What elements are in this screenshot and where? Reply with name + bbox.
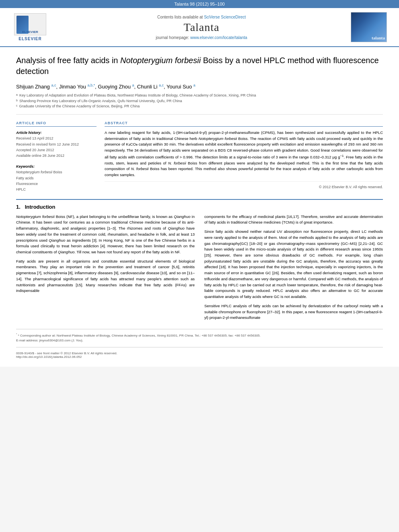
accepted-date: Accepted 20 June 2012 xyxy=(16,148,54,152)
abstract-col: ABSTRACT A new labeling reagent for fatt… xyxy=(105,121,383,193)
homepage-text: journal homepage: xyxy=(156,35,189,40)
article-history: Article history: Received 13 April 2012 … xyxy=(16,130,97,159)
journal-header: ELSEVIER Contents lists available at Sci… xyxy=(0,8,399,47)
elsevier-label: ELSEVIER xyxy=(19,37,41,41)
page-container: Talanta 98 (2012) 95–100 ELSEVIER Conten… xyxy=(0,0,399,367)
section-number: 1. xyxy=(16,204,21,210)
received-date: Received 13 April 2012 xyxy=(16,136,53,140)
elsevier-logo-image xyxy=(14,13,46,35)
revised-date: Received in revised form 12 June 2012 xyxy=(16,142,79,146)
elsevier-logo: ELSEVIER xyxy=(8,13,52,41)
section-title: Introduction xyxy=(25,204,56,210)
top-bar: Talanta 98 (2012) 95–100 xyxy=(0,0,399,8)
abstract-text: A new labeling reagent for fatty acids, … xyxy=(105,130,383,178)
affil-3-text: Graduate University of the Chinese Acade… xyxy=(19,104,140,109)
abstract-label: ABSTRACT xyxy=(105,121,383,127)
keyword-2: Fatty acids xyxy=(16,175,97,181)
affil-1: a Key Laboratory of Adaptation and Evolu… xyxy=(16,93,383,99)
intro-para-2: Fatty acids are present in all organisms… xyxy=(16,259,195,294)
affil-1-text: Key Laboratory of Adaptation and Evoluti… xyxy=(19,93,256,99)
email-note: E-mail address: jinyou6304@163.com (J. Y… xyxy=(16,338,383,343)
body-right-col: components for the efficacy of medicinal… xyxy=(204,214,383,324)
intro-para-3: components for the efficacy of medicinal… xyxy=(204,214,383,226)
talanta-cover-label: talanta xyxy=(372,35,385,40)
article-title: Analysis of free fatty acids in Notopter… xyxy=(16,55,383,77)
article-info-label: ARTICLE INFO xyxy=(16,121,97,127)
history-label: Article history: xyxy=(16,131,42,135)
intro-para-1: Notopterygium forbesii Boiss (NF), a pla… xyxy=(16,214,195,255)
contents-text: Contents lists available at xyxy=(157,15,203,19)
affil-2: b Shandong Province Key Laboratory of Li… xyxy=(16,99,383,104)
online-date: Available online 28 June 2012 xyxy=(16,154,64,158)
footer-copyright-text: 0039-9140/$ - see front matter © 2012 El… xyxy=(16,351,117,355)
footer-divider xyxy=(16,347,383,347)
footer-copyright: 0039-9140/$ - see front matter © 2012 El… xyxy=(16,351,383,359)
body-left-col: Notopterygium forbesii Boiss (NF), a pla… xyxy=(16,214,195,324)
sciverse-link[interactable]: SciVerse ScienceDirect xyxy=(204,15,246,19)
elsevier-logo-area: ELSEVIER xyxy=(8,13,52,41)
issue-info: Talanta 98 (2012) 95–100 xyxy=(174,2,224,6)
homepage-link[interactable]: www.elsevier.com/locate/talanta xyxy=(190,35,247,40)
main-content: Analysis of free fatty acids in Notopter… xyxy=(0,47,399,367)
intro-body: Notopterygium forbesii Boiss (NF), a pla… xyxy=(16,214,383,324)
corresponding-text: * Corresponding author at: Northwest Pla… xyxy=(18,334,261,337)
keywords-section: Keywords: Notopterygium forbesii Boiss F… xyxy=(16,164,97,193)
keyword-1: Notopterygium forbesii Boiss xyxy=(16,169,97,175)
intro-para-4: Since fatty acids showed neither natural… xyxy=(204,229,383,300)
affil-3: c Graduate University of the Chinese Aca… xyxy=(16,104,383,109)
intro-header: 1. Introduction xyxy=(16,204,383,210)
article-info-col: ARTICLE INFO Article history: Received 1… xyxy=(16,121,97,193)
keywords-label-text: Keywords: xyxy=(16,164,35,168)
affiliations: a Key Laboratory of Adaptation and Evolu… xyxy=(16,93,383,115)
corresponding-note: * * Corresponding author at: Northwest P… xyxy=(16,333,383,338)
affil-2-text: Shandong Province Key Laboratory of Life… xyxy=(19,99,182,104)
journal-header-center: Contents lists available at SciVerse Sci… xyxy=(52,15,351,40)
doi-text: http://dx.doi.org/10.1016/j.talanta.2012… xyxy=(16,355,82,359)
abstract-copyright: © 2012 Elsevier B.V. All rights reserved… xyxy=(105,181,383,189)
journal-cover-area: talanta xyxy=(351,12,391,42)
intro-para-5: Sensitive HPLC analysis of fatty acids c… xyxy=(204,303,383,321)
contents-line: Contents lists available at SciVerse Sci… xyxy=(52,15,351,19)
talanta-cover-image: talanta xyxy=(351,12,387,42)
journal-title: Talanta xyxy=(52,21,351,34)
authors-line: Shijuan Zhang a,c, Jinmao You a,b,*, Guo… xyxy=(16,83,383,90)
article-info-abstract: ARTICLE INFO Article history: Received 1… xyxy=(16,121,383,193)
journal-homepage: journal homepage: www.elsevier.com/locat… xyxy=(52,35,351,40)
keywords-label: Keywords: xyxy=(16,164,97,169)
footnote-area: * * Corresponding author at: Northwest P… xyxy=(16,329,383,359)
keyword-4: HPLC xyxy=(16,187,97,192)
body-section: 1. Introduction Notopterygium forbesii B… xyxy=(16,199,383,324)
email-text: E-mail address: jinyou6304@163.com (J. Y… xyxy=(16,339,83,342)
keyword-3: Fluorescence xyxy=(16,181,97,187)
